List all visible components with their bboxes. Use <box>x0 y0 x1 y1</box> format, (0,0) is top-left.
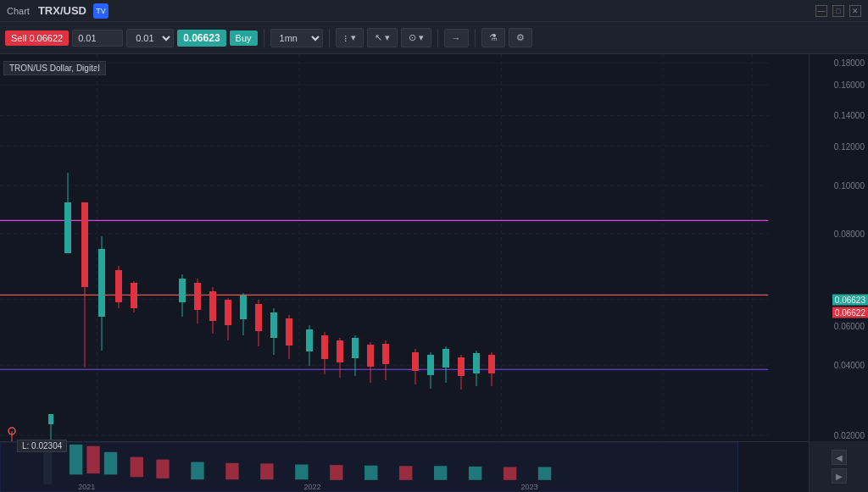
scroll-handle: ◀ ▶ <box>809 441 868 492</box>
quantity-input[interactable] <box>72 30 123 47</box>
svg-rect-30 <box>179 279 186 302</box>
line-icon: ⊙ <box>409 32 416 43</box>
separator-1 <box>264 29 264 47</box>
window-controls: — □ ✕ <box>815 5 861 17</box>
price-0.08000: 0.08000 <box>834 229 865 238</box>
flask-button[interactable]: ⚗ <box>481 28 505 47</box>
separator-4 <box>475 29 476 47</box>
svg-rect-52 <box>352 338 359 358</box>
svg-rect-46 <box>306 329 313 351</box>
svg-rect-58 <box>412 352 419 371</box>
scroll-right-button[interactable]: ▶ <box>832 468 847 484</box>
svg-rect-28 <box>131 283 137 308</box>
arrow-icon: → <box>452 33 461 43</box>
timeframe-select[interactable]: 1mn 5mn 15mn 1h 4h 1D <box>270 29 323 47</box>
svg-rect-32 <box>194 283 201 310</box>
svg-rect-54 <box>367 345 374 367</box>
sell-button[interactable]: Sell 0.06622 <box>5 30 69 46</box>
qty-dropdown[interactable]: 0.01 <box>126 29 174 47</box>
svg-rect-18 <box>48 414 53 424</box>
chart-area[interactable]: TRON/US Dollar, Digital <box>0 54 809 492</box>
price-0.14000: 0.14000 <box>834 111 865 120</box>
svg-rect-34 <box>209 291 216 321</box>
ask-price-display: 0.06623 <box>177 30 225 47</box>
ask-price-label: 0.06623 <box>832 294 868 305</box>
settings-button[interactable]: ⚙ <box>509 28 532 47</box>
price-0.06000: 0.06000 <box>834 321 865 330</box>
svg-text:2022: 2022 <box>303 483 320 491</box>
svg-rect-42 <box>270 312 277 338</box>
svg-rect-64 <box>458 357 465 376</box>
svg-rect-20 <box>64 202 71 253</box>
chart-main: TRON/US Dollar, Digital <box>0 54 809 492</box>
svg-rect-22 <box>81 202 88 287</box>
settings-icon: ⚙ <box>516 32 525 43</box>
cursor-chevron: ▾ <box>385 32 390 43</box>
svg-text:2023: 2023 <box>520 483 537 491</box>
line-chevron: ▾ <box>419 32 424 43</box>
line-tool-button[interactable]: ⊙ ▾ <box>401 28 431 47</box>
titlebar: Chart TRX/USD TV — □ ✕ <box>0 0 868 22</box>
separator-2 <box>329 29 330 47</box>
close-button[interactable]: ✕ <box>849 5 861 17</box>
svg-rect-60 <box>427 355 434 375</box>
minimize-button[interactable]: — <box>815 5 827 17</box>
price-0.04000: 0.04000 <box>834 361 865 370</box>
svg-rect-26 <box>115 270 122 302</box>
cursor-button[interactable]: ↖ ▾ <box>367 28 398 47</box>
svg-rect-48 <box>321 335 328 359</box>
buy-button[interactable]: Buy <box>230 30 258 46</box>
scroll-left-button[interactable]: ◀ <box>832 450 847 465</box>
price-0.10000: 0.10000 <box>834 181 865 191</box>
price-0.16000: 0.16000 <box>834 80 865 90</box>
svg-rect-50 <box>337 340 343 362</box>
indicators-chevron: ▾ <box>351 32 356 43</box>
maximize-button[interactable]: □ <box>832 5 844 17</box>
price-0.12000: 0.12000 <box>834 141 865 151</box>
svg-rect-88 <box>0 442 737 492</box>
separator-3 <box>437 29 438 47</box>
bid-price-label: 0.06622 <box>832 307 868 318</box>
cursor-icon: ↖ <box>375 32 382 43</box>
svg-rect-68 <box>488 355 495 373</box>
chart-label: Chart <box>7 6 30 16</box>
svg-rect-24 <box>98 249 105 317</box>
bottom-panel: 2021 2022 2023 ◀ ▶ <box>0 441 868 492</box>
minimap[interactable]: 2021 2022 2023 <box>0 442 868 492</box>
svg-rect-40 <box>255 304 262 331</box>
chart-container: TRON/US Dollar, Digital <box>0 54 868 492</box>
svg-rect-38 <box>240 296 247 319</box>
price-0.02000: 0.02000 <box>834 430 865 439</box>
svg-text:2021: 2021 <box>78 483 95 491</box>
price-0.18000: 0.18000 <box>834 58 865 68</box>
more-tools-button[interactable]: → <box>444 29 469 47</box>
svg-rect-56 <box>382 344 389 364</box>
low-price-label: L: 0.02304 <box>17 439 67 452</box>
flask-icon: ⚗ <box>489 32 498 43</box>
svg-rect-36 <box>225 300 231 325</box>
toolbar: Sell 0.06622 0.01 0.06623 Buy 1mn 5mn 15… <box>0 22 868 54</box>
svg-rect-66 <box>473 353 480 373</box>
svg-rect-44 <box>286 318 292 346</box>
minimap-chart: 2021 2022 2023 <box>0 442 868 492</box>
indicators-icon: ⫶ <box>343 33 348 43</box>
price-scale: 0.18000 0.16000 0.14000 0.12000 0.10000 … <box>809 54 868 492</box>
candlestick-chart <box>0 54 809 492</box>
indicators-button[interactable]: ⫶ ▾ <box>336 28 364 47</box>
svg-rect-62 <box>442 349 449 368</box>
symbol-label: TRX/USD <box>38 4 86 17</box>
broker-icon: TV <box>93 3 108 19</box>
